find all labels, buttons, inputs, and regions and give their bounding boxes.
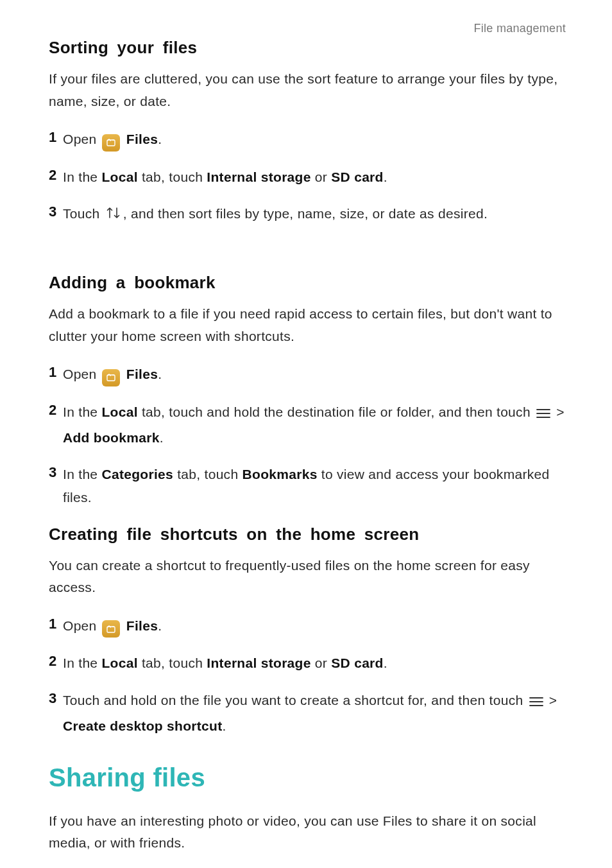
text: Touch and hold on the file you want to c… [63,693,527,707]
text: In the [63,404,101,419]
text: Open [63,618,101,633]
text: . [158,132,162,146]
ui-label-local: Local [101,655,137,670]
files-app-icon [102,620,120,638]
step-item: 2 In the Local tab, touch Internal stora… [49,166,566,189]
svg-point-8 [112,626,114,627]
app-name: Files [126,132,158,146]
step-text: In the Local tab, touch Internal storage… [63,166,566,189]
step-number: 2 [49,652,63,672]
step-text: Open Files. [63,363,566,386]
step-item: 3 Touch , and then sort files by type, n… [49,202,566,228]
text: Open [63,132,101,146]
step-number: 1 [49,363,63,383]
ui-label-bookmarks: Bookmarks [242,467,318,482]
files-app-icon [102,369,120,386]
app-name: Files [126,618,158,633]
paragraph: If your files are cluttered, you can use… [49,68,566,112]
step-number: 1 [49,128,63,148]
heading-sorting-files: Sorting your files [49,38,566,58]
step-text: Open Files. [63,614,566,638]
text: Touch [63,206,104,221]
step-text: Open Files. [63,128,566,152]
ui-label-internal-storage: Internal storage [207,655,310,670]
step-text: In the Local tab, touch and hold the des… [63,401,566,449]
step-text: Touch , and then sort files by type, nam… [63,202,566,228]
heading-adding-bookmark: Adding a bookmark [49,273,566,293]
step-item: 3 Touch and hold on the file you want to… [49,689,566,737]
text: , and then sort files by type, name, siz… [123,206,488,221]
step-number: 3 [49,463,63,483]
breadcrumb: File management [49,22,566,35]
menu-icon [536,403,551,426]
ui-label-sd-card: SD card [331,655,383,670]
text: In the [63,467,101,482]
ui-label-internal-storage: Internal storage [207,169,310,184]
svg-point-1 [112,140,114,141]
step-number: 2 [49,166,63,186]
step-item: 1 Open Files. [49,128,566,152]
text: . [158,618,162,633]
paragraph: If you have an interesting photo or vide… [49,810,566,855]
text: . [158,367,162,381]
ui-label-add-bookmark: Add bookmark [63,430,160,445]
step-number: 3 [49,202,63,222]
document-page: File management Sorting your files If yo… [0,0,612,868]
step-number: 1 [49,614,63,634]
step-item: 1 Open Files. [49,363,566,386]
text: . [160,430,164,445]
step-item: 3 In the Categories tab, touch Bookmarks… [49,463,566,508]
step-item: 2 In the Local tab, touch and hold the d… [49,401,566,449]
step-text: In the Local tab, touch Internal storage… [63,652,566,675]
ui-label-sd-card: SD card [331,169,383,184]
text: If you have an interesting photo or vide… [49,813,383,828]
text: > [545,693,557,707]
text: In the [63,655,101,670]
text: . [384,655,387,670]
text: tab, touch [173,467,242,482]
step-item: 1 Open Files. [49,614,566,638]
paragraph: You can create a shortcut to frequently-… [49,555,566,599]
paragraph: Add a bookmark to a file if you need rap… [49,303,566,347]
app-name: Files [383,813,412,828]
text: In the [63,169,101,184]
text: Open [63,367,101,381]
step-text: In the Categories tab, touch Bookmarks t… [63,463,566,508]
text: . [222,718,226,733]
step-text: Touch and hold on the file you want to c… [63,689,566,737]
text: tab, touch and hold the destination file… [138,404,534,419]
text: tab, touch [138,655,207,670]
svg-point-3 [112,375,114,376]
sort-icon [105,205,122,228]
files-app-icon [102,134,120,152]
step-item: 2 In the Local tab, touch Internal stora… [49,652,566,675]
ui-label-categories: Categories [101,467,173,482]
text: tab, touch [138,169,207,184]
step-number: 3 [49,689,63,709]
ui-label-local: Local [101,404,137,419]
ui-label-create-desktop-shortcut: Create desktop shortcut [63,718,222,733]
text: or [311,655,332,670]
text: . [384,169,387,184]
step-number: 2 [49,401,63,421]
heading-sharing-files: Sharing files [49,763,566,792]
ui-label-local: Local [101,169,137,184]
text: or [311,169,332,184]
app-name: Files [126,367,158,381]
text: > [552,404,565,419]
heading-create-shortcuts: Creating file shortcuts on the home scre… [49,525,566,544]
menu-icon [529,691,544,715]
